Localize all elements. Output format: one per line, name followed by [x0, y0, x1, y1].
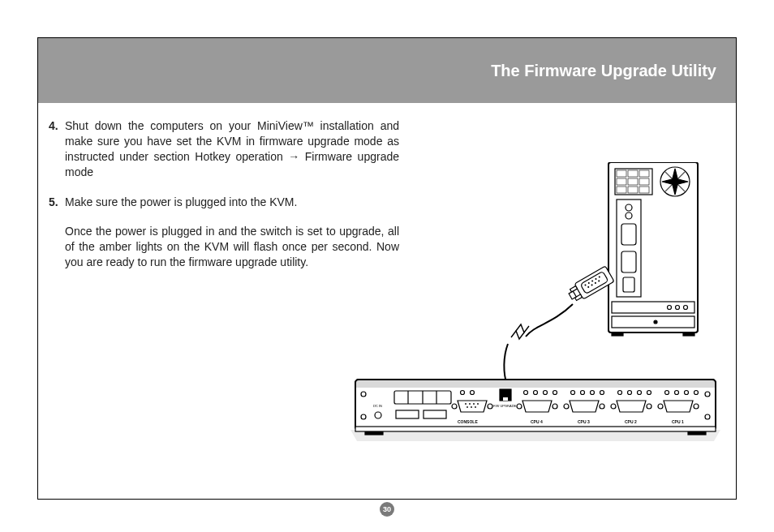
- svg-point-89: [628, 391, 632, 395]
- svg-rect-18: [623, 277, 634, 292]
- section-banner: The Firmware Upgrade Utility: [38, 38, 736, 103]
- svg-rect-17: [621, 251, 636, 272]
- svg-point-24: [684, 306, 688, 310]
- section-title: The Firmware Upgrade Utility: [491, 62, 716, 80]
- svg-point-66: [452, 404, 457, 409]
- svg-point-74: [524, 391, 528, 395]
- svg-point-77: [553, 391, 557, 395]
- step-number: 4.: [49, 118, 65, 180]
- svg-point-81: [571, 391, 575, 395]
- svg-point-76: [544, 391, 548, 395]
- svg-point-93: [647, 404, 651, 409]
- svg-rect-3: [617, 170, 626, 177]
- step-number: 5.: [49, 195, 65, 210]
- page-number: 30: [383, 505, 391, 513]
- svg-point-59: [465, 403, 467, 405]
- svg-rect-20: [612, 316, 694, 328]
- svg-rect-38: [570, 286, 578, 292]
- svg-text:DC IN: DC IN: [373, 404, 382, 408]
- svg-rect-5: [639, 170, 649, 177]
- svg-rect-11: [639, 187, 649, 193]
- connection-diagram: DC IN CONSOLE: [349, 162, 722, 454]
- svg-point-68: [461, 391, 465, 395]
- svg-point-86: [600, 404, 604, 409]
- svg-point-47: [705, 414, 710, 419]
- svg-rect-16: [621, 224, 636, 245]
- svg-point-46: [705, 392, 710, 397]
- step-4: 4. Shut down the computers on your MiniV…: [49, 118, 399, 180]
- svg-point-75: [534, 391, 538, 395]
- svg-rect-50: [355, 427, 716, 431]
- svg-rect-8: [639, 178, 649, 185]
- svg-point-60: [469, 403, 471, 405]
- svg-rect-26: [683, 332, 694, 336]
- svg-point-22: [668, 306, 672, 310]
- page-number-badge: 30: [380, 502, 394, 517]
- svg-point-15: [626, 212, 632, 219]
- svg-text:F/W UPGRADE: F/W UPGRADE: [493, 404, 517, 408]
- svg-point-92: [611, 404, 616, 409]
- svg-rect-10: [628, 187, 638, 193]
- svg-text:CONSOLE: CONSOLE: [458, 419, 478, 424]
- svg-rect-25: [612, 332, 623, 336]
- svg-rect-19: [612, 302, 694, 313]
- svg-point-62: [477, 403, 479, 405]
- svg-point-85: [564, 404, 569, 409]
- svg-rect-7: [628, 178, 638, 185]
- svg-point-63: [467, 406, 468, 408]
- svg-point-51: [375, 412, 381, 418]
- svg-point-65: [475, 406, 476, 408]
- svg-point-79: [553, 404, 557, 409]
- svg-rect-6: [617, 178, 626, 185]
- svg-text:CPU 2: CPU 2: [625, 419, 637, 424]
- svg-point-21: [654, 320, 657, 324]
- svg-point-98: [694, 391, 699, 395]
- svg-rect-57: [396, 410, 419, 418]
- svg-point-100: [694, 404, 699, 409]
- svg-text:CPU 4: CPU 4: [531, 419, 543, 424]
- svg-point-91: [647, 391, 651, 395]
- svg-point-44: [361, 392, 366, 397]
- svg-point-96: [675, 391, 679, 395]
- svg-point-78: [517, 404, 522, 409]
- kvm-switch-icon: DC IN CONSOLE: [350, 380, 720, 441]
- svg-point-84: [600, 391, 604, 395]
- svg-rect-4: [628, 170, 638, 177]
- svg-rect-42: [355, 380, 716, 388]
- svg-point-97: [685, 391, 689, 395]
- svg-point-82: [581, 391, 585, 395]
- svg-rect-58: [424, 410, 446, 418]
- svg-point-61: [473, 403, 475, 405]
- svg-point-14: [626, 204, 632, 211]
- step-5: 5. Make sure the power is plugged into t…: [49, 195, 399, 210]
- svg-point-67: [488, 404, 492, 409]
- pc-tower-icon: [608, 162, 698, 336]
- instruction-column: 4. Shut down the computers on your MiniV…: [49, 118, 399, 281]
- svg-text:CPU 1: CPU 1: [672, 419, 684, 424]
- svg-point-95: [665, 391, 669, 395]
- svg-point-45: [361, 414, 366, 419]
- svg-rect-9: [617, 187, 626, 193]
- svg-point-23: [676, 306, 680, 310]
- svg-point-83: [591, 391, 595, 395]
- svg-point-88: [618, 391, 622, 395]
- svg-text:CPU 3: CPU 3: [578, 419, 590, 424]
- svg-point-64: [471, 406, 472, 408]
- cable-icon: [504, 304, 573, 385]
- svg-point-90: [638, 391, 642, 395]
- svg-rect-72: [503, 397, 508, 401]
- cable-connector-icon: [566, 266, 614, 304]
- svg-point-69: [471, 391, 475, 395]
- svg-point-99: [658, 404, 663, 409]
